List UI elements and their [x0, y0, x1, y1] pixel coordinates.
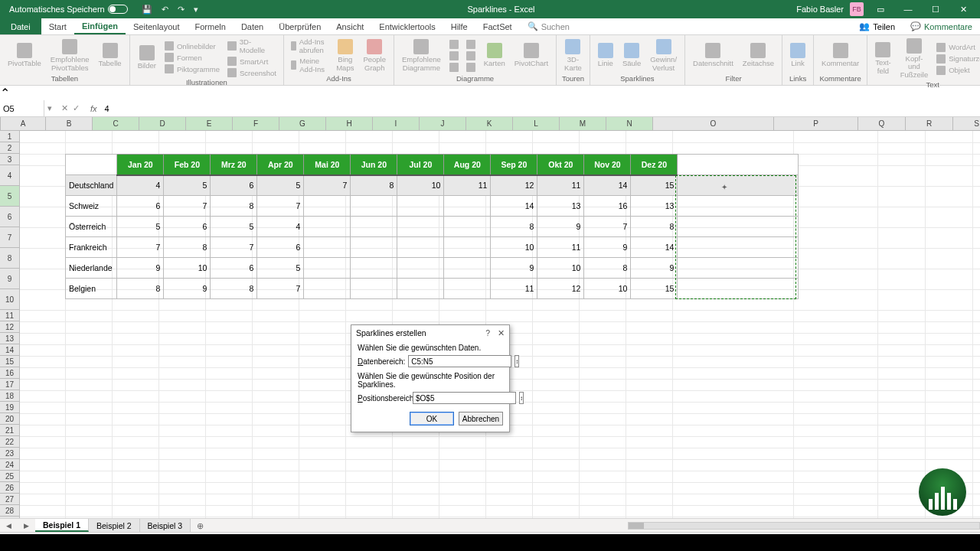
screenshot-button[interactable]: Screenshot	[225, 67, 279, 78]
search-box[interactable]: 🔍 Suchen	[520, 18, 577, 34]
sparkline-line-button[interactable]: Linie	[595, 41, 616, 69]
table-row-label[interactable]: Belgien	[66, 279, 117, 299]
table-cell[interactable]: 4	[117, 175, 164, 196]
data-range-input[interactable]	[408, 355, 511, 367]
sheet-tab-3[interactable]: Beispiel 3	[140, 519, 191, 532]
icons-button[interactable]: Piktogramme	[162, 64, 222, 74]
table-cell[interactable]: 9	[537, 217, 584, 237]
col-header-H[interactable]: H	[326, 117, 373, 130]
namebox-dropdown-icon[interactable]: ▾	[44, 103, 55, 113]
table-cell[interactable]: 14	[631, 237, 678, 258]
3dmodels-button[interactable]: 3D-Modelle	[225, 37, 279, 55]
timeline-button[interactable]: Zeitachse	[740, 41, 777, 69]
table-cell[interactable]: 10	[491, 237, 537, 258]
table-cell[interactable]: 7	[257, 196, 304, 217]
sparkline-cell[interactable]	[678, 196, 799, 217]
autosave-toggle[interactable]: Automatisches Speichern	[3, 5, 134, 14]
row-header-18[interactable]: 18	[0, 390, 19, 402]
3dmap-button[interactable]: 3D- Karte	[561, 37, 585, 73]
sparkline-cell[interactable]	[678, 258, 799, 279]
table-cell[interactable]: 5	[257, 258, 304, 279]
table-row-label[interactable]: Niederlande	[66, 258, 117, 279]
name-box[interactable]: O5	[0, 100, 44, 116]
col-header-Q[interactable]: Q	[858, 117, 906, 130]
row-header-24[interactable]: 24	[0, 459, 19, 471]
table-cell[interactable]	[304, 196, 351, 217]
user-area[interactable]: Fabio Basler FB	[796, 2, 867, 16]
table-button[interactable]: Tabelle	[96, 41, 125, 69]
chart-type-icon[interactable]	[464, 39, 478, 50]
table-row-label[interactable]: Frankreich	[66, 237, 117, 258]
row-header-9[interactable]: 9	[0, 269, 19, 289]
table-cell[interactable]: 5	[211, 217, 257, 237]
row-header-2[interactable]: 2	[0, 142, 19, 154]
table-cell[interactable]: 8	[211, 196, 257, 217]
undo-icon[interactable]: ↶	[162, 5, 168, 15]
table-cell[interactable]	[304, 258, 351, 279]
table-cell[interactable]: 7	[304, 175, 351, 196]
table-cell[interactable]: 12	[537, 279, 584, 299]
pivotchart-button[interactable]: PivotChart	[511, 41, 551, 69]
row-header-6[interactable]: 6	[0, 207, 19, 227]
cancel-formula-icon[interactable]: ✕	[61, 103, 68, 113]
toggle-switch-icon[interactable]	[108, 5, 128, 14]
table-cell[interactable]: 15	[631, 279, 678, 299]
table-cell[interactable]	[351, 258, 397, 279]
table-cell[interactable]: 8	[164, 237, 211, 258]
table-cell[interactable]: 5	[164, 175, 211, 196]
col-header-O[interactable]: O	[653, 117, 774, 130]
col-header-K[interactable]: K	[466, 117, 513, 130]
table-cell[interactable]: 8	[351, 175, 397, 196]
table-cell[interactable]: 9	[117, 258, 164, 279]
table-cell[interactable]: 7	[164, 196, 211, 217]
sparkline-cell[interactable]	[678, 279, 799, 299]
tab-einfuegen[interactable]: Einfügen	[74, 18, 126, 34]
table-cell[interactable]: 8	[211, 279, 257, 299]
tab-factset[interactable]: FactSet	[475, 18, 520, 34]
row-header-3[interactable]: 3	[0, 154, 19, 165]
enter-formula-icon[interactable]: ✓	[73, 103, 80, 113]
row-header-11[interactable]: 11	[0, 310, 19, 321]
table-cell[interactable]: 11	[491, 279, 537, 299]
row-header-10[interactable]: 10	[0, 289, 19, 310]
sheet-nav-prev-icon[interactable]: ◀	[0, 522, 18, 530]
pivottable-button[interactable]: PivotTable	[5, 41, 44, 69]
chart-type-icon[interactable]	[447, 51, 461, 61]
row-header-16[interactable]: 16	[0, 367, 19, 379]
row-header-13[interactable]: 13	[0, 333, 19, 344]
col-header-N[interactable]: N	[606, 117, 653, 130]
table-cell[interactable]	[444, 237, 491, 258]
my-addins-button[interactable]: Meine Add-Ins	[289, 56, 330, 74]
add-sheet-icon[interactable]: ⊕	[191, 521, 210, 530]
object-button[interactable]: Objekt	[934, 65, 980, 76]
table-cell[interactable]: 16	[584, 196, 631, 217]
table-cell[interactable]: 9	[584, 237, 631, 258]
col-header-E[interactable]: E	[186, 117, 233, 130]
get-addins-button[interactable]: Add-Ins abrufen	[289, 37, 330, 55]
qat-dropdown-icon[interactable]: ▾	[194, 5, 198, 15]
col-header-P[interactable]: P	[774, 117, 858, 130]
col-header-A[interactable]: A	[1, 117, 46, 130]
tab-start[interactable]: Start	[41, 18, 74, 34]
dialog-close-icon[interactable]: ✕	[498, 328, 505, 337]
table-cell[interactable]: 10	[584, 279, 631, 299]
table-cell[interactable]: 8	[584, 258, 631, 279]
table-cell[interactable]: 7	[257, 279, 304, 299]
col-header-B[interactable]: B	[46, 117, 93, 130]
pictures-button[interactable]: Bilder	[135, 44, 159, 71]
table-cell[interactable]: 6	[164, 217, 211, 237]
tab-entwicklertools[interactable]: Entwicklertools	[371, 18, 443, 34]
row-header-1[interactable]: 1	[0, 131, 19, 142]
cells-area[interactable]: Jan 20Feb 20Mrz 20Apr 20Mai 20Jun 20Jul …	[20, 131, 980, 518]
chart-type-icon[interactable]	[464, 62, 478, 73]
table-cell[interactable]: 5	[117, 217, 164, 237]
link-button[interactable]: Link	[787, 41, 808, 69]
sheet-tab-2[interactable]: Beispiel 2	[89, 519, 140, 532]
table-cell[interactable]: 15	[631, 175, 678, 196]
tab-daten[interactable]: Daten	[234, 18, 271, 34]
col-header-L[interactable]: L	[513, 117, 560, 130]
fx-icon[interactable]: fx	[86, 104, 102, 113]
sparkline-cell[interactable]	[678, 217, 799, 237]
tab-hilfe[interactable]: Hilfe	[443, 18, 475, 34]
table-cell[interactable]: 11	[537, 175, 584, 196]
